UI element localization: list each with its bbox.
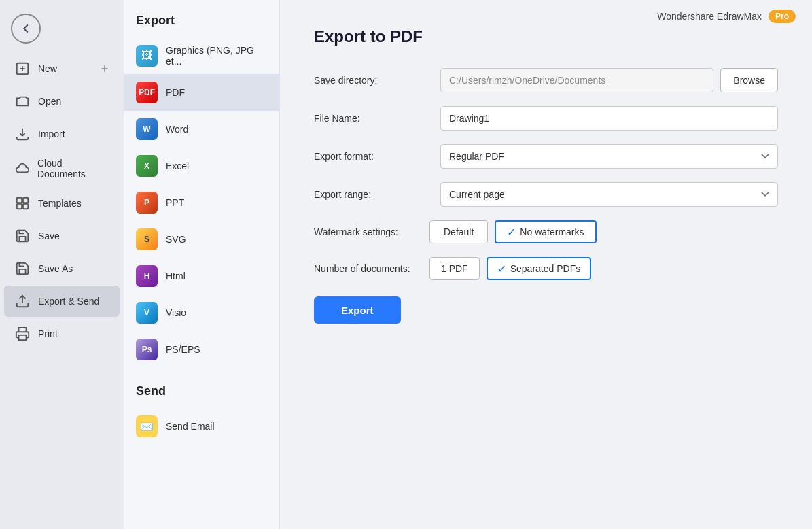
pro-badge: Pro: [769, 10, 796, 23]
saveas-icon: [14, 260, 31, 277]
export-item-label-svg: SVG: [166, 234, 186, 245]
pdf-icon: PDF: [136, 82, 158, 103]
ppt-icon: P: [136, 192, 158, 214]
export-item-svg[interactable]: S SVG: [124, 221, 279, 258]
save-icon: [14, 227, 31, 245]
sidebar-item-label-new: New: [38, 63, 57, 74]
file-name-row: File Name:: [314, 106, 778, 131]
cloud-icon: [14, 160, 31, 177]
print-icon: [14, 325, 31, 343]
export-item-label-pdf: PDF: [166, 87, 185, 98]
sidebar: New Open Import Cloud Documents: [0, 0, 124, 529]
plus-icon: [99, 63, 110, 74]
sidebar-item-label-templates: Templates: [38, 198, 82, 209]
sidebar-item-new[interactable]: New: [4, 53, 120, 84]
export-item-label-graphics: Graphics (PNG, JPG et...: [166, 45, 267, 67]
sidebar-item-print[interactable]: Print: [4, 318, 120, 349]
svg-rect-6: [23, 198, 28, 203]
num-docs-label: Number of documents:: [314, 263, 429, 274]
export-section-title: Export: [124, 14, 279, 28]
watermark-active-label: No watermarks: [520, 226, 584, 237]
svg-rect-10: [19, 335, 27, 340]
save-directory-row: Save directory: Browse: [314, 68, 778, 92]
export-item-label-html: Html: [166, 271, 186, 281]
templates-icon: [14, 194, 31, 212]
export-button[interactable]: Export: [314, 296, 401, 324]
export-format-label: Export format:: [314, 151, 429, 162]
sidebar-item-import[interactable]: Import: [4, 118, 120, 150]
browse-button[interactable]: Browse: [720, 68, 778, 92]
separated-check-icon: ✓: [497, 262, 506, 275]
app-title: Wondershare EdrawMax: [657, 11, 762, 22]
num-docs-active-label: Separated PDFs: [510, 263, 581, 274]
sidebar-item-export[interactable]: Export & Send: [4, 286, 120, 317]
send-section-title: Send: [124, 384, 279, 398]
sidebar-item-cloud[interactable]: Cloud Documents: [4, 151, 120, 186]
num-docs-1pdf-button[interactable]: 1 PDF: [429, 257, 480, 280]
sidebar-item-open[interactable]: Open: [4, 86, 120, 117]
sidebar-item-save[interactable]: Save: [4, 220, 120, 252]
export-item-excel[interactable]: X Excel: [124, 148, 279, 184]
excel-icon: X: [136, 155, 158, 177]
export-item-label-word: Word: [166, 124, 188, 135]
open-icon: [14, 92, 31, 110]
graphics-icon: 🖼: [136, 45, 158, 67]
sidebar-item-templates[interactable]: Templates: [4, 188, 120, 219]
export-icon: [14, 292, 31, 310]
sidebar-item-label-import: Import: [38, 129, 65, 139]
ps-icon: Ps: [136, 339, 158, 360]
watermark-label: Watermark settings:: [314, 226, 429, 237]
export-item-label-ppt: PPT: [166, 197, 184, 208]
watermark-check-icon: ✓: [507, 226, 516, 239]
export-format-select[interactable]: Regular PDF PDF/A PDF/X: [440, 144, 778, 169]
export-item-graphics[interactable]: 🖼 Graphics (PNG, JPG et...: [124, 37, 279, 74]
sidebar-item-label-print: Print: [38, 328, 58, 339]
main-content: Export to PDF Save directory: Browse Fil…: [280, 0, 812, 529]
sidebar-item-saveas[interactable]: Save As: [4, 253, 120, 284]
new-icon: [14, 60, 31, 78]
send-section: Send ✉️ Send Email: [124, 384, 279, 445]
export-list-panel: Export 🖼 Graphics (PNG, JPG et... PDF PD…: [124, 0, 280, 529]
sidebar-item-label-saveas: Save As: [38, 263, 73, 274]
export-range-select[interactable]: Current page All pages Selected pages: [440, 182, 778, 207]
export-item-visio[interactable]: V Visio: [124, 294, 279, 331]
sidebar-item-label-open: Open: [38, 96, 61, 107]
sidebar-item-label-cloud: Cloud Documents: [37, 158, 110, 180]
top-bar: Wondershare EdrawMax Pro: [641, 0, 812, 33]
export-range-row: Export range: Current page All pages Sel…: [314, 182, 778, 207]
num-docs-row: Number of documents: 1 PDF ✓ Separated P…: [314, 257, 778, 280]
export-item-label-visio: Visio: [166, 307, 186, 318]
export-item-word[interactable]: W Word: [124, 111, 279, 148]
watermark-default-button[interactable]: Default: [429, 220, 488, 243]
svg-rect-7: [17, 204, 22, 209]
watermark-row: Watermark settings: Default ✓ No waterma…: [314, 220, 778, 243]
word-icon: W: [136, 118, 158, 140]
export-item-ppt[interactable]: P PPT: [124, 184, 279, 221]
export-format-row: Export format: Regular PDF PDF/A PDF/X: [314, 144, 778, 169]
back-button[interactable]: [11, 14, 41, 44]
export-item-email[interactable]: ✉️ Send Email: [124, 408, 279, 445]
save-directory-input[interactable]: [440, 68, 713, 92]
sidebar-nav: New Open Import Cloud Documents: [0, 50, 124, 352]
sidebar-item-label-save: Save: [38, 231, 60, 241]
svg-icon: S: [136, 228, 158, 250]
save-directory-label: Save directory:: [314, 75, 429, 86]
visio-icon: V: [136, 302, 158, 324]
svg-rect-5: [17, 198, 22, 203]
sidebar-item-label-export: Export & Send: [38, 296, 99, 307]
export-range-label: Export range:: [314, 189, 429, 200]
import-icon: [14, 125, 31, 143]
export-item-label-excel: Excel: [166, 160, 189, 171]
file-name-input[interactable]: [440, 106, 778, 131]
export-item-html[interactable]: H Html: [124, 258, 279, 294]
file-name-label: File Name:: [314, 113, 429, 124]
html-icon: H: [136, 265, 158, 287]
export-item-pdf[interactable]: PDF PDF: [124, 74, 279, 111]
export-item-label-ps: PS/EPS: [166, 344, 200, 355]
export-item-ps[interactable]: Ps PS/EPS: [124, 331, 279, 368]
email-icon: ✉️: [136, 415, 158, 437]
num-docs-separated-button[interactable]: ✓ Separated PDFs: [487, 257, 592, 280]
export-item-label-email: Send Email: [166, 421, 215, 432]
svg-rect-8: [23, 204, 28, 209]
watermark-active-button[interactable]: ✓ No watermarks: [495, 220, 596, 243]
